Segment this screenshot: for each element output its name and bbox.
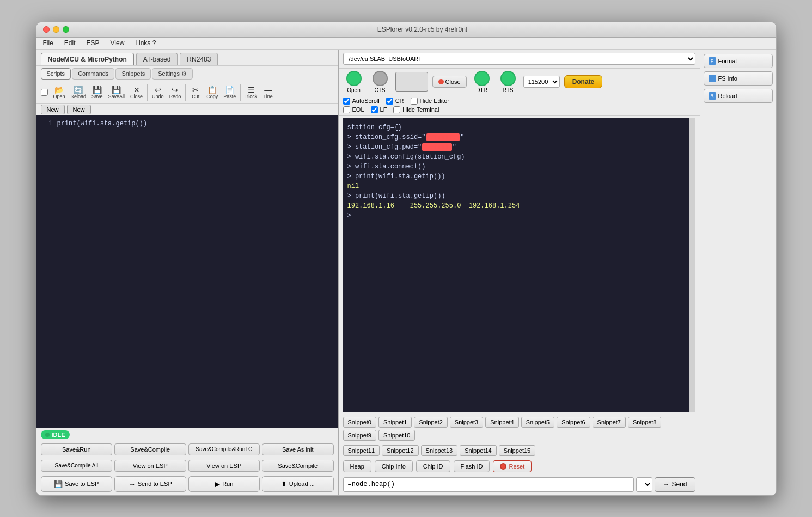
toolbar-save[interactable]: 💾Save [89,85,105,100]
rts-button[interactable] [500,71,516,86]
checkbox-left[interactable] [41,89,48,96]
file-tabs: New New [36,104,338,115]
btn-flash-id[interactable]: Flash ID [454,460,490,472]
snippet-0[interactable]: Snippet0 [343,417,376,428]
btn-heap[interactable]: Heap [343,460,371,472]
cts-button[interactable] [373,71,388,86]
toolbar-open[interactable]: 📂Open [51,85,68,100]
lf-checkbox[interactable] [371,106,378,113]
btn-chip-info[interactable]: Chip Info [375,460,413,472]
dtr-button[interactable] [474,71,490,86]
minimize-button[interactable] [53,26,59,33]
snippet-3[interactable]: Snippet3 [450,417,483,428]
btn-save-compile[interactable]: Save&Compile [114,443,186,455]
subtab-settings[interactable]: Settings ⚙ [152,68,193,80]
redacted-pwd: ■■■■■■■ [422,143,451,151]
toolbar-redo[interactable]: ↪Redo [167,85,184,100]
checkbox-hide-terminal: Hide Terminal [393,106,439,113]
cr-label: CR [395,98,404,104]
autoscroll-checkbox[interactable] [343,98,350,105]
command-dropdown[interactable] [636,477,652,492]
btn-reset[interactable]: Reset [493,460,532,472]
toolbar-close[interactable]: ✕Close [128,85,145,100]
info-buttons-row: Heap Chip Info Chip ID Flash ID Reset [339,458,700,475]
subtab-snippets[interactable]: Snippets [115,68,151,80]
hide-terminal-checkbox[interactable] [393,106,400,113]
btn-save-as-init[interactable]: Save As init [262,443,334,455]
menu-file[interactable]: File [41,38,56,48]
toolbar-saveall[interactable]: 💾SaveAll [106,85,127,100]
toolbar-block[interactable]: ☰Block [243,85,259,100]
menu-esp[interactable]: ESP [84,38,102,48]
subtab-scripts[interactable]: Scripts [41,68,71,80]
subtab-commands[interactable]: Commands [72,68,114,80]
btn-run[interactable]: ▶ Run [188,476,260,492]
file-tab-new2[interactable]: New [67,105,91,114]
snippet-10[interactable]: Snippet10 [378,430,416,441]
file-tab-new1[interactable]: New [41,105,65,114]
btn-save-to-esp[interactable]: 💾 Save to ESP [41,476,113,492]
terminal-wrapper: station_cfg={} > station_cfg.ssid="■■■■■… [343,118,695,412]
btn-save-compile-all[interactable]: Save&Compile All [41,460,113,472]
menu-edit[interactable]: Edit [62,38,78,48]
toolbar-line[interactable]: —Line [260,85,276,100]
btn-save-compile-runlc[interactable]: Save&Compile&RunLC [188,443,260,455]
snippet-4[interactable]: Snippet4 [485,417,518,428]
port-select[interactable]: /dev/cu.SLAB_USBtoUART [343,53,695,65]
idle-dot [45,433,50,437]
snippet-9[interactable]: Snippet9 [343,430,376,441]
tab-nodemcu[interactable]: NodeMCU & MicroPython [41,53,134,65]
terminal-output[interactable]: station_cfg={} > station_cfg.ssid="■■■■■… [343,118,689,412]
btn-format[interactable]: F Format [704,54,773,68]
toolbar-reload[interactable]: 🔄Reload [69,85,89,100]
snippet-1[interactable]: Snippet1 [378,417,412,428]
baud-select[interactable]: 115200 9600 57600 [523,76,560,88]
snippet-12[interactable]: Snippet12 [382,445,419,456]
eol-checkbox[interactable] [343,106,350,113]
maximize-button[interactable] [63,26,69,33]
cr-checkbox[interactable] [386,98,393,105]
btn-save-compile-2[interactable]: Save&Compile [262,460,334,472]
toolbar-cut[interactable]: ✂Cut [188,85,203,100]
btn-chip-id[interactable]: Chip ID [416,460,450,472]
bottom-action-row: 💾 Save to ESP → Send to ESP ▶ Run ⬆ Uplo… [36,474,338,495]
snippet-6[interactable]: Snippet6 [557,417,590,428]
menu-view[interactable]: View [108,38,127,48]
snippet-8[interactable]: Snippet8 [628,417,661,428]
donate-button[interactable]: Donate [564,75,603,88]
snippet-15[interactable]: Snippet15 [499,445,536,456]
code-editor[interactable]: 1 print(wifi.sta.getip()) [36,115,338,428]
tab-rn2483[interactable]: RN2483 [180,53,218,65]
checkboxes-right: AutoScroll CR Hide Editor [343,98,449,113]
terminal-scrollbar[interactable] [689,118,695,412]
menu-links[interactable]: Links ? [133,38,158,48]
close-button[interactable] [43,26,50,33]
btn-fs-info[interactable]: I FS Info [704,71,773,86]
snippets-row1: Snippet0 Snippet1 Snippet2 Snippet3 Snip… [339,415,700,443]
snippet-2[interactable]: Snippet2 [414,417,447,428]
command-input[interactable] [343,477,634,492]
toolbar-undo[interactable]: ↩Undo [150,85,166,100]
send-button[interactable]: → Send [655,477,695,492]
btn-send-to-esp[interactable]: → Send to ESP [114,476,186,492]
btn-save-run[interactable]: Save&Run [41,443,113,455]
btn-reload[interactable]: R Reload [704,89,773,103]
traffic-lights [43,26,69,33]
snippet-14[interactable]: Snippet14 [460,445,497,456]
toolbar-paste[interactable]: 📄Paste [221,85,238,100]
toolbar-copy[interactable]: 📋Copy [204,85,220,100]
term-line-2: > station_cfg.ssid="■■■■■■■■" [347,132,685,142]
snippet-11[interactable]: Snippet11 [343,445,380,456]
tab-at[interactable]: AT-based [136,53,178,65]
btn-view-on-esp-1[interactable]: View on ESP [114,460,186,472]
open-button[interactable] [346,71,362,86]
btn-upload[interactable]: ⬆ Upload ... [262,476,334,492]
hide-editor-checkbox[interactable] [411,98,418,105]
btn-view-on-esp-2[interactable]: View on ESP [188,460,260,472]
snippet-5[interactable]: Snippet5 [521,417,554,428]
snippet-7[interactable]: Snippet7 [593,417,626,428]
close-connection-button[interactable]: Close [432,76,467,88]
cts-button-group: CTS [369,71,391,93]
status-display [395,72,428,92]
snippet-13[interactable]: Snippet13 [421,445,458,456]
